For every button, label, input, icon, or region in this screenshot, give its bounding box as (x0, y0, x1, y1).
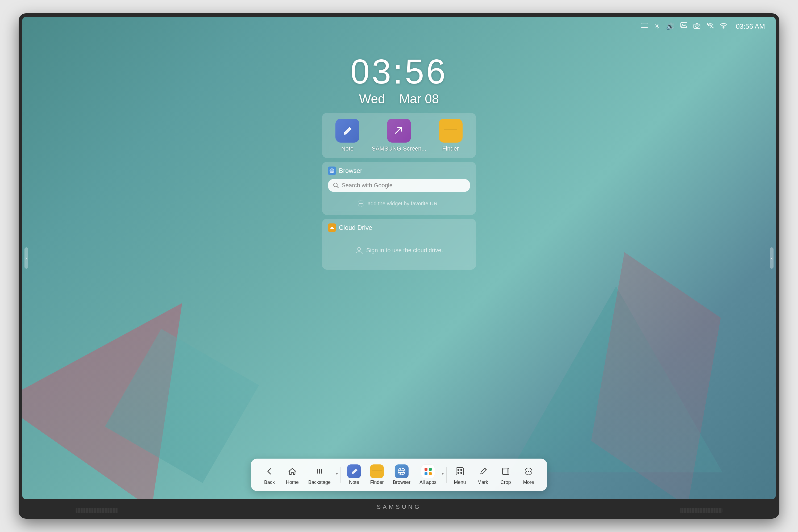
svg-rect-34 (502, 468, 509, 475)
svg-rect-29 (457, 469, 459, 471)
back-icon (263, 464, 277, 478)
home-label: Home (286, 480, 299, 485)
samsung-screen-icon (387, 119, 411, 142)
clock-date: Wed Mar 08 (350, 92, 448, 106)
search-placeholder: Search with Google (342, 182, 393, 189)
tv-screen: ☀ 🔊 (22, 17, 776, 499)
clock-area: 03:56 Wed Mar 08 (350, 54, 448, 106)
taskbar-note[interactable]: Note (343, 462, 365, 487)
taskbar-mark-icon (476, 464, 490, 478)
taskbar-finder[interactable]: Finder (366, 462, 387, 487)
svg-rect-32 (460, 472, 462, 474)
taskbar-menu[interactable]: Menu (449, 462, 471, 487)
mark-taskbar-label: Mark (477, 480, 488, 485)
add-url-area[interactable]: add the widget by favorite URL (328, 197, 470, 210)
taskbar-mark[interactable]: Mark (472, 462, 493, 487)
search-icon (333, 183, 339, 188)
taskbar-back[interactable]: Back (259, 462, 280, 487)
clock-date-value: Mar 08 (399, 92, 439, 106)
svg-point-42 (530, 471, 531, 472)
sign-in-area[interactable]: Sign in to use the cloud drive. (328, 236, 470, 265)
taskbar: Back Home (251, 459, 547, 491)
browser-widget: Browser Search with Google add the (322, 162, 476, 215)
taskbar-allapps[interactable]: All apps (416, 462, 440, 487)
tv-bottom-bar: SAMSUNG (22, 499, 776, 515)
camera-icon (693, 22, 701, 31)
app-grid: Note SAMSUNG Screen... (329, 119, 469, 152)
app-item-samsung-screen[interactable]: SAMSUNG Screen... (372, 119, 426, 152)
browser-widget-header: Browser (328, 167, 470, 175)
back-label: Back (264, 480, 275, 485)
allapps-taskbar-label: All apps (419, 480, 437, 485)
more-taskbar-label: More (523, 480, 534, 485)
taskbar-more-icon (521, 464, 535, 478)
wifi-icon (720, 22, 727, 31)
backstage-chevron: ▾ (336, 472, 338, 476)
cloud-widget-header: Cloud Drive (328, 224, 470, 232)
user-icon (355, 246, 363, 254)
backstage-icon (312, 464, 326, 478)
svg-rect-30 (460, 469, 462, 471)
taskbar-backstage[interactable]: Backstage (305, 462, 334, 487)
svg-point-10 (723, 27, 724, 28)
sign-in-text: Sign in to use the cloud drive. (366, 247, 443, 254)
volume-icon: 🔊 (666, 22, 674, 31)
taskbar-note-icon (347, 464, 361, 478)
taskbar-menu-icon (453, 464, 467, 478)
cloud-widget-title: Cloud Drive (339, 224, 372, 231)
allapps-chevron: ▾ (442, 472, 444, 476)
cloud-widget-icon (328, 224, 336, 232)
taskbar-finder-icon (370, 464, 384, 478)
svg-rect-3 (681, 23, 687, 27)
add-url-text: add the widget by favorite URL (367, 201, 440, 207)
crop-taskbar-label: Crop (500, 480, 511, 485)
svg-point-11 (330, 169, 334, 173)
taskbar-browser-icon (395, 464, 408, 478)
network-blocked-icon (706, 22, 714, 31)
speaker-right (680, 508, 722, 513)
status-bar: ☀ 🔊 (22, 17, 776, 36)
finder-taskbar-label: Finder (370, 480, 384, 485)
right-handle[interactable]: ‹ (770, 247, 774, 269)
cloud-drive-widget: Cloud Drive Sign in to use the cloud dri… (322, 218, 476, 270)
svg-point-25 (400, 468, 403, 475)
finder-icon (439, 119, 462, 142)
taskbar-browser[interactable]: Browser (389, 462, 414, 487)
svg-point-41 (528, 471, 529, 472)
status-icons: ☀ 🔊 (641, 22, 765, 31)
browser-widget-title: Browser (339, 167, 362, 174)
status-time: 03:56 AM (736, 22, 765, 31)
svg-point-9 (710, 26, 711, 28)
app-grid-widget: Note SAMSUNG Screen... (322, 113, 476, 158)
svg-rect-28 (456, 468, 464, 475)
samsung-logo: SAMSUNG (377, 504, 421, 510)
note-taskbar-label: Note (349, 480, 359, 485)
svg-line-16 (337, 186, 338, 188)
svg-point-20 (358, 247, 361, 251)
svg-point-6 (696, 25, 698, 28)
menu-taskbar-label: Menu (454, 480, 466, 485)
note-icon (336, 119, 359, 142)
add-url-icon (358, 200, 364, 207)
svg-point-24 (398, 468, 405, 475)
backstage-label: Backstage (308, 480, 331, 485)
taskbar-crop-icon (499, 464, 513, 478)
svg-rect-0 (641, 23, 648, 27)
app-item-finder[interactable]: Finder (439, 119, 462, 152)
browser-widget-icon (328, 167, 336, 175)
screen-mirror-icon (641, 22, 648, 31)
brightness-icon: ☀ (654, 22, 660, 31)
speaker-left (76, 508, 118, 513)
app-item-note[interactable]: Note (336, 119, 359, 152)
browser-taskbar-label: Browser (393, 480, 411, 485)
search-bar[interactable]: Search with Google (328, 179, 470, 192)
widgets-container: Note SAMSUNG Screen... (322, 113, 476, 270)
svg-point-12 (331, 169, 333, 173)
finder-label: Finder (442, 145, 459, 152)
taskbar-more[interactable]: More (518, 462, 539, 487)
svg-rect-31 (457, 472, 459, 474)
taskbar-crop[interactable]: Crop (495, 462, 516, 487)
tv-display: ☀ 🔊 (19, 13, 779, 519)
taskbar-home[interactable]: Home (282, 462, 303, 487)
left-handle[interactable]: › (24, 247, 28, 269)
